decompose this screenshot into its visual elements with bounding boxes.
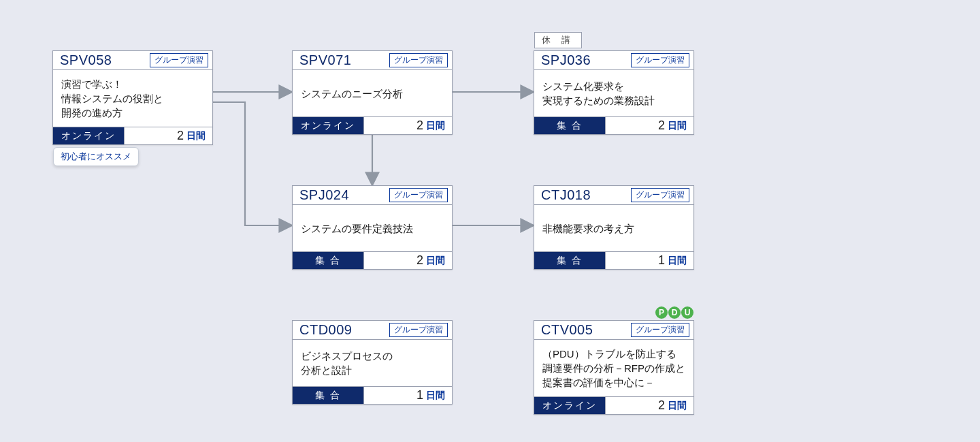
- course-code: CTD009: [299, 322, 352, 338]
- duration: 2 日間: [605, 397, 693, 414]
- course-card-spj036[interactable]: 休 講 SPJ036 グループ演習 システム化要求を 実現するための業務設計 集…: [534, 50, 694, 135]
- group-exercise-tag: グループ演習: [389, 53, 448, 67]
- pdu-badge: PDU: [655, 306, 693, 319]
- course-title: システムの要件定義技法: [293, 205, 452, 251]
- duration: 1 日間: [605, 252, 693, 269]
- course-title: （PDU）トラブルを防止する 調達要件の分析－RFPの作成と 提案書の評価を中心…: [534, 340, 693, 396]
- course-code: SPJ036: [541, 52, 591, 68]
- delivery-mode: オンライン: [534, 397, 605, 414]
- duration: 2 日間: [363, 117, 452, 134]
- course-title: システム化要求を 実現するための業務設計: [534, 70, 693, 116]
- duration: 2 日間: [363, 252, 452, 269]
- course-card-ctv005[interactable]: PDU CTV005 グループ演習 （PDU）トラブルを防止する 調達要件の分析…: [534, 320, 694, 415]
- group-exercise-tag: グループ演習: [631, 188, 689, 202]
- course-card-ctd009[interactable]: CTD009 グループ演習 ビジネスプロセスの 分析と設計 集 合 1 日間: [292, 320, 453, 405]
- group-exercise-tag: グループ演習: [389, 188, 448, 202]
- group-exercise-tag: グループ演習: [389, 323, 448, 337]
- course-map: SPV058 グループ演習 演習で学ぶ！ 情報システムの役割と 開発の進め方 オ…: [0, 0, 980, 442]
- delivery-mode: 集 合: [293, 252, 363, 269]
- beginner-badge: 初心者にオススメ: [53, 147, 139, 166]
- course-code: SPV058: [60, 52, 112, 68]
- group-exercise-tag: グループ演習: [631, 323, 689, 337]
- group-exercise-tag: グループ演習: [631, 53, 689, 67]
- course-title: システムのニーズ分析: [293, 70, 452, 116]
- course-card-spv058[interactable]: SPV058 グループ演習 演習で学ぶ！ 情報システムの役割と 開発の進め方 オ…: [52, 50, 213, 145]
- duration: 1 日間: [363, 387, 452, 404]
- duration: 2 日間: [124, 127, 212, 144]
- delivery-mode: 集 合: [293, 387, 363, 404]
- delivery-mode: 集 合: [534, 252, 605, 269]
- course-title: ビジネスプロセスの 分析と設計: [293, 340, 452, 386]
- course-code: SPJ024: [299, 187, 349, 203]
- duration: 2 日間: [605, 117, 693, 134]
- suspended-badge: 休 講: [534, 32, 582, 48]
- delivery-mode: オンライン: [293, 117, 363, 134]
- course-card-spj024[interactable]: SPJ024 グループ演習 システムの要件定義技法 集 合 2 日間: [292, 185, 453, 270]
- course-card-ctj018[interactable]: CTJ018 グループ演習 非機能要求の考え方 集 合 1 日間: [534, 185, 694, 270]
- course-code: CTV005: [541, 322, 593, 338]
- delivery-mode: オンライン: [53, 127, 124, 144]
- course-code: CTJ018: [541, 187, 591, 203]
- group-exercise-tag: グループ演習: [150, 53, 208, 67]
- course-card-spv071[interactable]: SPV071 グループ演習 システムのニーズ分析 オンライン 2 日間: [292, 50, 453, 135]
- course-title: 演習で学ぶ！ 情報システムの役割と 開発の進め方: [53, 70, 212, 127]
- delivery-mode: 集 合: [534, 117, 605, 134]
- course-title: 非機能要求の考え方: [534, 205, 693, 251]
- course-code: SPV071: [299, 52, 351, 68]
